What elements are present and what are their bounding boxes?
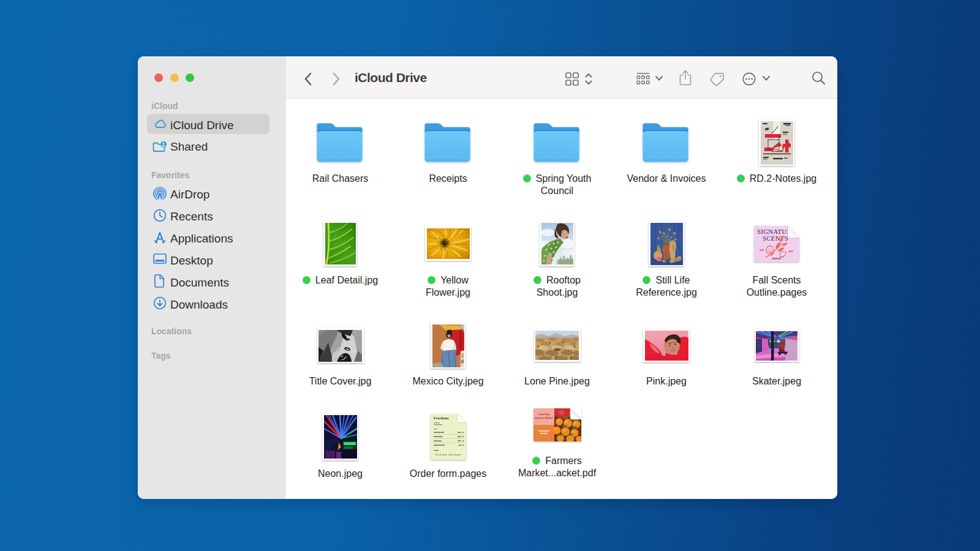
svg-text:SCENTS: SCENTS — [763, 234, 788, 242]
svg-text:"It all starts with a bean.": "It all starts with a bean." — [435, 453, 462, 456]
svg-text:Freshens: Freshens — [434, 416, 449, 420]
svg-text:Farmer's Market: Farmer's Market — [535, 416, 553, 419]
svg-text:Luna Park: Luna Park — [538, 413, 549, 416]
